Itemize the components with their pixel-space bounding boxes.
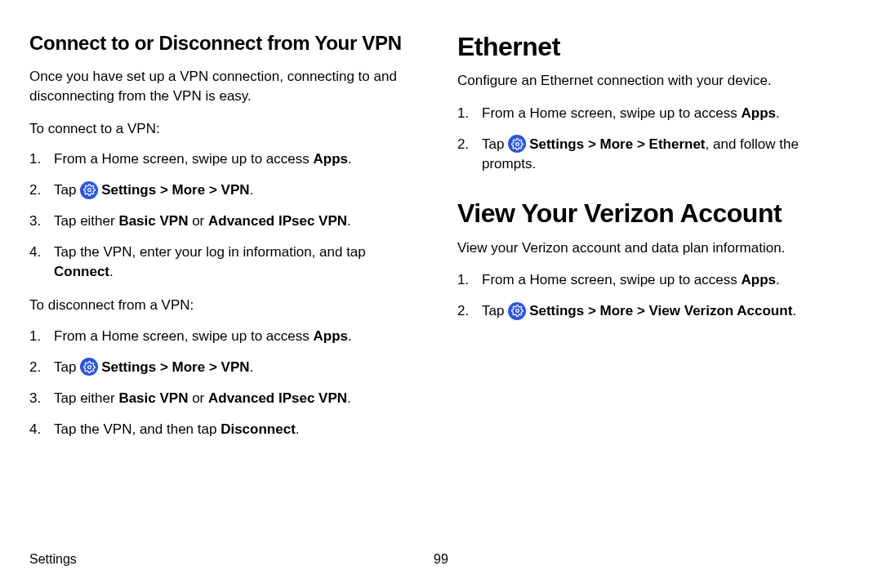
step-text: or [188, 213, 208, 229]
step-text: or [188, 390, 208, 406]
chevron: > [156, 182, 172, 198]
bold-more: More [600, 136, 634, 152]
settings-icon [80, 358, 101, 376]
step-text: Tap either [54, 213, 118, 229]
step-text: . [250, 359, 254, 375]
heading-ethernet: Ethernet [457, 33, 853, 61]
step-text: . [792, 303, 796, 318]
step-text: . [250, 182, 254, 198]
left-column: Connect to or Disconnect from Your VPN O… [29, 31, 425, 537]
bold-vpn: VPN [221, 359, 250, 375]
lead-connect: To connect to a VPN: [29, 119, 425, 139]
list-item: Tap either Basic VPN or Advanced IPsec V… [51, 389, 425, 408]
step-text: . [348, 328, 352, 344]
bold-apps: Apps [741, 105, 776, 121]
step-text: Tap [482, 303, 508, 318]
bold-settings: Settings [529, 136, 584, 152]
settings-icon [508, 135, 529, 153]
bold-advanced-ipsec: Advanced IPsec VPN [208, 390, 347, 406]
step-text: . [347, 390, 351, 406]
step-text: Tap [54, 359, 80, 375]
chevron: > [584, 303, 599, 318]
steps-connect: From a Home screen, swipe up to access A… [51, 149, 425, 281]
chevron: > [156, 359, 172, 375]
intro-verizon: View your Verizon account and data plan … [457, 238, 853, 258]
bold-apps: Apps [313, 328, 348, 344]
steps-disconnect: From a Home screen, swipe up to access A… [51, 327, 425, 439]
bold-basic-vpn: Basic VPN [118, 390, 188, 406]
step-text: From a Home screen, swipe up to access [482, 272, 741, 287]
step-text: Tap the VPN, enter your log in informati… [54, 244, 366, 260]
step-text: . [347, 213, 351, 229]
bold-vpn: VPN [221, 182, 250, 198]
chevron: > [633, 303, 648, 318]
page-footer: Settings 99 [29, 552, 853, 567]
right-column: Ethernet Configure an Ethernet connectio… [457, 31, 853, 537]
list-item: Tap the VPN, enter your log in informati… [51, 243, 425, 282]
chevron: > [584, 136, 599, 152]
list-item: Tap Settings > More > VPN. [51, 358, 425, 377]
chevron: > [205, 359, 220, 375]
svg-point-0 [87, 189, 91, 192]
lead-disconnect: To disconnect from a VPN: [29, 296, 425, 315]
step-text: Tap the VPN, and then tap [54, 421, 220, 437]
bold-more: More [172, 359, 206, 375]
step-text: From a Home screen, swipe up to access [54, 328, 313, 344]
bold-settings: Settings [101, 182, 156, 198]
chevron: > [633, 136, 648, 152]
list-item: From a Home screen, swipe up to access A… [51, 149, 425, 169]
step-text: . [348, 151, 352, 167]
bold-apps: Apps [313, 151, 348, 167]
settings-icon [508, 302, 529, 320]
list-item: Tap Settings > More > Ethernet, and foll… [479, 135, 853, 174]
svg-point-1 [87, 366, 91, 369]
list-item: From a Home screen, swipe up to access A… [51, 327, 425, 346]
step-text: From a Home screen, swipe up to access [482, 105, 741, 121]
list-item: From a Home screen, swipe up to access A… [479, 104, 853, 123]
bold-connect: Connect [54, 264, 109, 279]
bold-ethernet: Ethernet [649, 136, 706, 152]
svg-point-2 [515, 142, 519, 145]
step-text: Tap [482, 136, 508, 152]
bold-settings: Settings [529, 303, 584, 318]
list-item: Tap Settings > More > View Verizon Accou… [479, 301, 853, 321]
bold-disconnect: Disconnect [220, 421, 296, 437]
heading-view-verizon: View Your Verizon Account [457, 199, 853, 228]
step-text: . [776, 105, 780, 121]
list-item: Tap either Basic VPN or Advanced IPsec V… [51, 212, 425, 231]
bold-view-verizon-account: View Verizon Account [649, 303, 793, 318]
settings-icon [80, 181, 101, 199]
page-number: 99 [434, 552, 448, 567]
footer-section: Settings [29, 552, 77, 567]
intro-ethernet: Configure an Ethernet connection with yo… [457, 71, 853, 91]
chevron: > [205, 182, 220, 198]
step-text: Tap either [54, 390, 118, 406]
list-item: Tap Settings > More > VPN. [51, 180, 425, 200]
heading-vpn-connect-disconnect: Connect to or Disconnect from Your VPN [29, 31, 425, 56]
step-text: . [776, 272, 780, 287]
svg-point-3 [515, 310, 519, 313]
bold-apps: Apps [741, 272, 776, 287]
steps-ethernet: From a Home screen, swipe up to access A… [479, 104, 853, 173]
list-item: From a Home screen, swipe up to access A… [479, 270, 853, 290]
intro-vpn: Once you have set up a VPN connection, c… [29, 67, 425, 106]
bold-basic-vpn: Basic VPN [118, 213, 188, 229]
step-text: Tap [54, 182, 80, 198]
bold-settings: Settings [101, 359, 156, 375]
step-text: From a Home screen, swipe up to access [54, 151, 313, 167]
bold-advanced-ipsec: Advanced IPsec VPN [208, 213, 347, 229]
step-text: . [296, 421, 300, 437]
steps-verizon: From a Home screen, swipe up to access A… [479, 270, 853, 321]
step-text: . [109, 264, 114, 279]
bold-more: More [600, 303, 634, 318]
page-columns: Connect to or Disconnect from Your VPN O… [29, 31, 853, 537]
bold-more: More [172, 182, 206, 198]
list-item: Tap the VPN, and then tap Disconnect. [51, 420, 425, 439]
